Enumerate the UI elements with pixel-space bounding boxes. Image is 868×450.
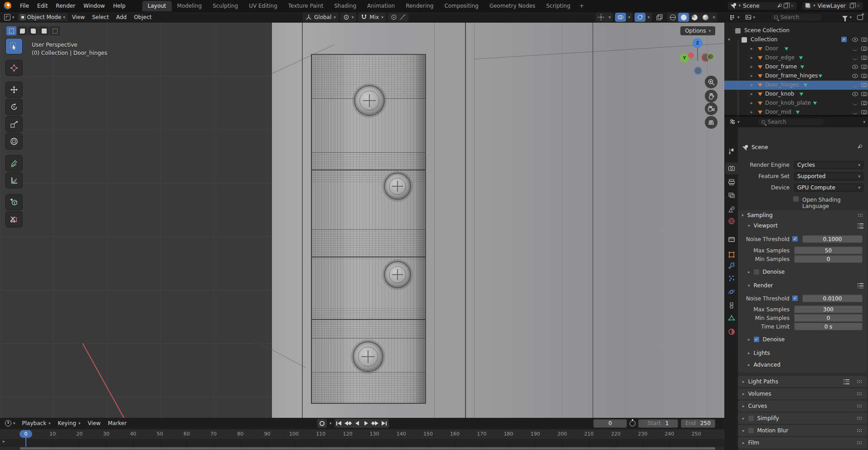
panel-motion-blur[interactable]: ▸Motion Blur (738, 425, 867, 436)
camera-icon[interactable] (861, 101, 867, 105)
collection-checkbox[interactable]: ✓ (841, 37, 847, 42)
expand-chevron-icon[interactable]: ▸ (751, 83, 753, 87)
noise-threshold-value[interactable]: 0.0100 (802, 295, 863, 302)
eye-icon[interactable] (852, 65, 858, 69)
tool-cursor[interactable] (5, 60, 23, 76)
xray-toggle[interactable]: ▾ (635, 13, 652, 22)
close-icon[interactable]: × (856, 3, 860, 9)
eye-icon[interactable] (852, 92, 858, 96)
jump-to-start-button[interactable] (335, 419, 344, 428)
vp-denoise-row[interactable]: ▸Denoise (748, 269, 785, 275)
tab-scripting[interactable]: Scripting (541, 1, 576, 11)
expand-chevron-icon[interactable]: ▸ (751, 56, 753, 60)
close-icon[interactable]: × (790, 3, 794, 9)
menu-help[interactable]: Help (109, 1, 129, 10)
camera-icon[interactable] (861, 83, 867, 87)
outliner-row-door_frame_hinges[interactable]: ▸Door_frame_hinges (724, 72, 868, 81)
tab-rendering[interactable]: Rendering (400, 1, 439, 11)
transform-orientation[interactable]: Global ▾ (303, 13, 339, 22)
tab-layout[interactable]: Layout (142, 1, 172, 11)
axis-y-neg-ball[interactable] (707, 53, 714, 60)
time-limit-value[interactable]: 0 s (794, 323, 863, 330)
start-frame-field[interactable]: Start1 (638, 419, 678, 428)
properties-tab-view-layer[interactable] (725, 190, 738, 202)
expand-chevron-icon[interactable]: ▸ (751, 110, 753, 114)
outliner-row-collection[interactable]: ▾Collection✓ (724, 35, 868, 44)
expand-chevron-icon[interactable]: ▾ (728, 38, 730, 42)
menu-file[interactable]: File (16, 1, 33, 10)
current-frame-field[interactable]: 0 (593, 419, 627, 428)
camera-view-button[interactable] (705, 102, 718, 115)
panel-checkbox[interactable] (748, 416, 754, 421)
lights-subpanel[interactable]: ▸Lights (748, 350, 770, 356)
show-gizmo-toggle[interactable]: ▾ (596, 13, 613, 22)
viewport-menu-select[interactable]: Select (88, 13, 112, 21)
pin-icon[interactable] (777, 4, 781, 8)
shading-rendered-button[interactable] (700, 13, 711, 22)
outliner-row-scene-collection[interactable]: Scene Collection (724, 26, 868, 35)
properties-tab-particles[interactable] (725, 272, 738, 284)
properties-tab-object[interactable] (725, 249, 738, 261)
tab-sculpting[interactable]: Sculpting (207, 1, 243, 11)
advanced-subpanel[interactable]: ▸Advanced (748, 362, 781, 368)
render-engine-dropdown[interactable]: Cycles▾ (794, 161, 863, 169)
axis-x-ball[interactable] (688, 53, 694, 58)
scrollbar-thumb[interactable] (20, 447, 715, 450)
grip-icon[interactable] (857, 380, 863, 383)
panel-curves[interactable]: ▸Curves (738, 401, 867, 411)
properties-tab-world[interactable] (725, 215, 738, 227)
feature-set-dropdown[interactable]: Supported▾ (794, 172, 863, 180)
eye-closed-icon[interactable] (852, 111, 858, 114)
panel-volumes[interactable]: ▸Volumes (738, 388, 867, 399)
tab-texture-paint[interactable]: Texture Paint (283, 1, 329, 11)
pivot-point[interactable]: ▾ (340, 13, 357, 22)
device-dropdown[interactable]: GPU Compute▾ (794, 184, 863, 192)
mode-selector[interactable]: Object Mode ▾ (18, 13, 68, 21)
properties-tab-constraints[interactable] (725, 300, 738, 311)
pin-icon[interactable] (857, 145, 862, 149)
select-mode-invert[interactable] (39, 26, 49, 35)
tab-shading[interactable]: Shading (329, 1, 362, 11)
eye-closed-icon[interactable] (852, 48, 858, 51)
outliner-row-door[interactable]: ▸Door (724, 44, 868, 53)
outliner-row-door_mid[interactable]: ▸Door_mid (724, 108, 868, 117)
prev-keyframe-button[interactable] (344, 419, 353, 428)
show-overlays-toggle[interactable]: ▾ (615, 13, 632, 22)
expand-chevron-icon[interactable]: ▸ (751, 101, 753, 105)
properties-tab-output[interactable] (725, 176, 738, 188)
select-mode-set[interactable] (6, 26, 16, 35)
menu-render[interactable]: Render (52, 1, 79, 10)
chevron-down-icon[interactable]: ▾ (330, 421, 332, 426)
pan-button[interactable] (705, 90, 718, 102)
collapse-panel-icon[interactable]: ‹ (716, 29, 718, 35)
jump-to-end-button[interactable] (380, 419, 389, 428)
osl-checkbox[interactable] (793, 196, 799, 202)
sampling-panel-header[interactable]: ▾Sampling (738, 210, 867, 220)
properties-tab-data[interactable] (725, 312, 738, 324)
options-dropdown[interactable]: Options▾ (680, 26, 715, 35)
panel-light-paths[interactable]: ▸Light Paths (738, 376, 867, 387)
camera-icon[interactable] (861, 47, 867, 51)
properties-search-input[interactable]: Search (757, 118, 824, 126)
expand-chevron-icon[interactable]: ▸ (751, 65, 753, 69)
outliner-filter-button[interactable]: ▾ (840, 15, 854, 20)
copy-icon[interactable] (850, 4, 854, 8)
select-mode-subtract[interactable] (28, 26, 38, 35)
outliner-filter-mode[interactable]: ▾ (743, 13, 758, 21)
editor-type-button[interactable]: ▾ (2, 13, 17, 21)
camera-icon[interactable] (861, 38, 867, 42)
panel-film[interactable]: ▸Film (738, 437, 867, 448)
panel-checkbox[interactable] (748, 428, 754, 433)
timeline-ruler[interactable]: 1020304050607080901001101201301401501601… (0, 429, 724, 439)
outliner-row-door_edge[interactable]: ▸Door_edge (724, 53, 868, 63)
axis-z-neg-ball[interactable] (694, 67, 702, 75)
viewport-menu-object[interactable]: Object (130, 13, 155, 21)
add-workspace-button[interactable]: + (576, 1, 587, 11)
timeline-menu-marker[interactable]: Marker (104, 419, 130, 427)
tab-animation[interactable]: Animation (362, 1, 400, 11)
tab-compositing[interactable]: Compositing (439, 1, 484, 11)
properties-tab-material[interactable] (725, 326, 738, 338)
tab-geometry-nodes[interactable]: Geometry Nodes (484, 1, 541, 11)
tool-transform[interactable] (5, 133, 23, 150)
eye-icon[interactable] (852, 38, 858, 42)
